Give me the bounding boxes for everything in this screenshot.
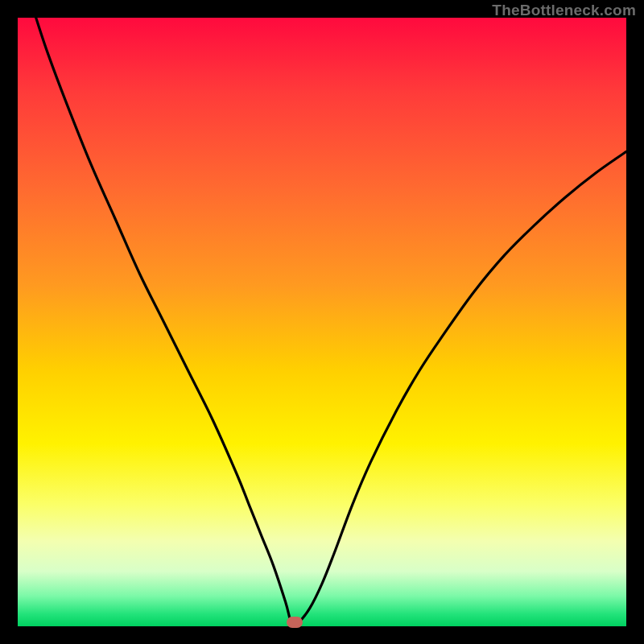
plot-area <box>18 18 626 626</box>
optimal-point-marker <box>287 617 303 628</box>
curve-layer <box>18 18 626 626</box>
chart-frame: TheBottleneck.com <box>0 0 644 644</box>
watermark-text: TheBottleneck.com <box>492 2 636 19</box>
bottleneck-curve <box>36 18 626 625</box>
